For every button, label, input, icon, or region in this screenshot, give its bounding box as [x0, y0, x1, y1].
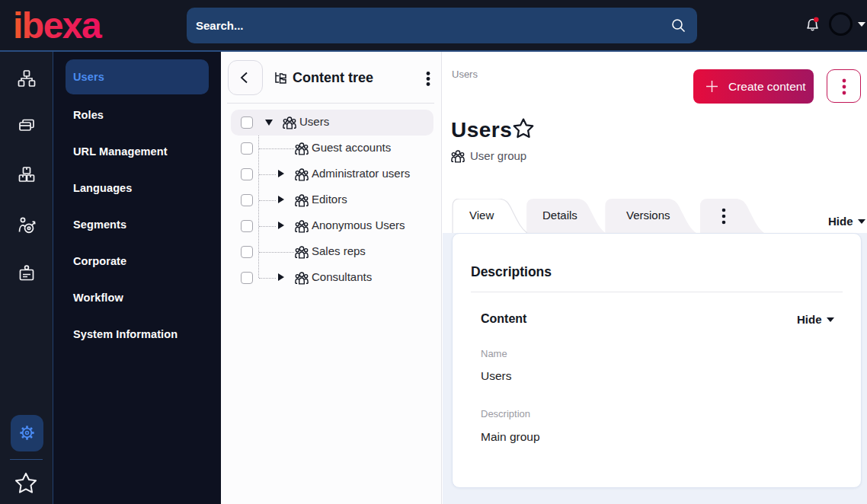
svg-text:ibexa: ibexa	[13, 8, 102, 46]
